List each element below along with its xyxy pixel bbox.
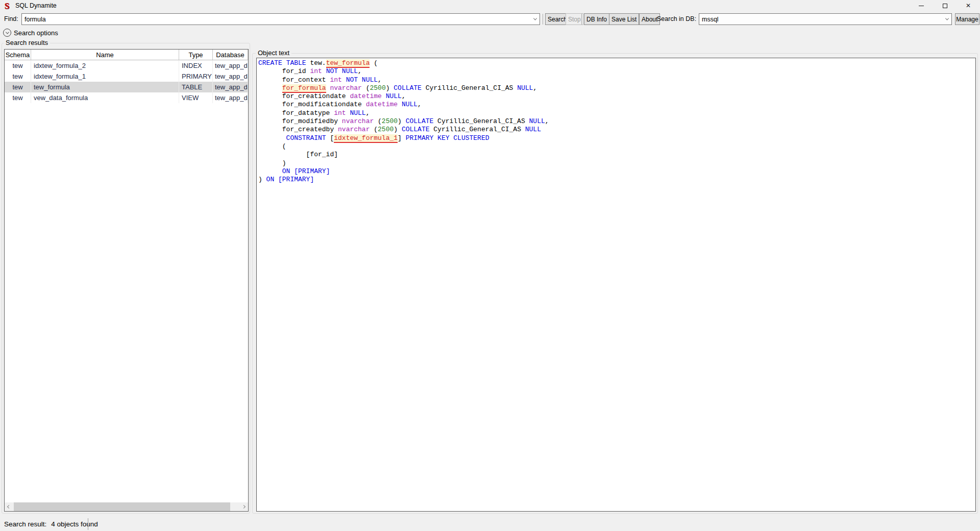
toolbar: Find: formula Search Stop DB Info Save L…	[0, 11, 980, 27]
minimize-button[interactable]	[910, 0, 933, 11]
cell-name: idxtew_formula_2	[31, 60, 179, 71]
object-text-group-label: Object text	[256, 49, 291, 57]
code-line: for_modifiedby nvarchar (2500) COLLATE C…	[258, 117, 975, 126]
title-bar: S SQL Dynamite ✕	[0, 0, 980, 11]
db-info-button[interactable]: DB Info	[584, 13, 609, 25]
table-row[interactable]: tew tew_formula TABLE tew_app_dat	[5, 82, 248, 92]
restore-button[interactable]	[933, 0, 957, 11]
code-line: CONSTRAINT [idxtew_formula_1] PRIMARY KE…	[258, 134, 975, 142]
search-in-db-label: Search in DB:	[657, 15, 696, 22]
code-line: [for_id]	[258, 151, 975, 159]
table-row[interactable]: tew idxtew_formula_2 INDEX tew_app_dat	[5, 60, 248, 71]
search-options-label: Search options	[14, 29, 58, 37]
manage-button[interactable]: Manage	[955, 13, 979, 25]
cell-type: INDEX	[179, 60, 213, 71]
code-line: for_modificationdate datetime NULL,	[258, 101, 975, 109]
chevron-right-icon	[242, 505, 246, 509]
code-line: (	[258, 142, 975, 151]
scrollbar-track[interactable]	[13, 502, 239, 511]
status-value: 4 objects found	[51, 520, 98, 528]
search-match-highlight: tew_formula	[326, 59, 370, 68]
cell-schema: tew	[5, 60, 31, 71]
save-list-button[interactable]: Save List	[609, 13, 639, 25]
cell-database: tew_app_dat	[213, 92, 248, 103]
code-line: CREATE TABLE tew.tew_formula (	[258, 59, 975, 67]
stop-button[interactable]: Stop	[566, 13, 583, 25]
scrollbar-thumb[interactable]	[14, 502, 230, 511]
chevron-down-icon	[533, 17, 536, 20]
code-line: for_formula nvarchar (2500) COLLATE Cyri…	[258, 84, 975, 92]
find-label: Find:	[4, 15, 18, 22]
column-header-name[interactable]: Name	[31, 50, 179, 60]
code-line: )	[258, 159, 975, 167]
code-line: ) ON [PRIMARY]	[258, 176, 975, 184]
results-grid-header: Schema Name Type Database	[5, 50, 248, 60]
toolbar-separator	[543, 14, 543, 25]
column-header-schema[interactable]: Schema	[5, 50, 31, 60]
find-input[interactable]: formula	[21, 13, 540, 25]
cell-type: TABLE	[179, 82, 213, 92]
status-separator	[88, 518, 88, 530]
status-label: Search result:	[4, 520, 46, 528]
cell-database: tew_app_dat	[213, 60, 248, 71]
code-line: for_id int NOT NULL,	[258, 67, 975, 76]
search-results-group-label: Search results	[4, 39, 50, 46]
object-text-area[interactable]: CREATE TABLE tew.tew_formula ( for_id in…	[256, 58, 976, 512]
code-line: for_creationdate datetime NULL,	[258, 92, 975, 101]
cell-database: tew_app_dat	[213, 71, 248, 82]
cell-schema: tew	[5, 71, 31, 82]
horizontal-scrollbar	[5, 502, 248, 511]
code-line: for_datatype int NULL,	[258, 109, 975, 117]
table-row[interactable]: tew idxtew_formula_1 PRIMARY K tew_app_d…	[5, 71, 248, 82]
chevron-down-icon	[945, 17, 948, 20]
restore-icon	[943, 4, 947, 8]
minimize-icon	[919, 6, 924, 6]
toolbar-separator	[581, 14, 582, 25]
cell-database: tew_app_dat	[213, 82, 248, 92]
search-match-highlight: for_formula	[282, 84, 326, 93]
scroll-right-button[interactable]	[239, 502, 248, 511]
code-line: for_context int NOT NULL,	[258, 76, 975, 84]
close-icon: ✕	[966, 3, 971, 9]
status-bar: Search result: 4 objects found	[0, 517, 980, 531]
search-options-expander[interactable]	[3, 29, 11, 37]
cell-schema: tew	[5, 92, 31, 103]
cell-name: vew_data_formula	[31, 92, 179, 103]
results-grid: Schema Name Type Database tew idxtew_for…	[4, 49, 249, 512]
search-in-db-value: mssql	[699, 16, 942, 23]
cell-schema: tew	[5, 82, 31, 92]
table-row[interactable]: tew vew_data_formula VIEW tew_app_dat	[5, 92, 248, 103]
close-button[interactable]: ✕	[957, 0, 980, 11]
cell-name: tew_formula	[31, 82, 179, 92]
chevron-down-icon	[5, 30, 9, 34]
cell-name: idxtew_formula_1	[31, 71, 179, 82]
window-title: SQL Dynamite	[15, 2, 57, 9]
code-line: ON [PRIMARY]	[258, 167, 975, 176]
chevron-left-icon	[7, 505, 11, 509]
search-in-db-dropdown-button[interactable]	[942, 14, 951, 25]
search-match-highlight: idxtew_formula_1	[334, 134, 398, 143]
find-input-value: formula	[22, 16, 530, 23]
window-controls: ✕	[910, 0, 980, 11]
column-header-database[interactable]: Database	[213, 50, 248, 60]
search-in-db-combo[interactable]: mssql	[699, 13, 952, 25]
app-logo-icon: S	[3, 2, 11, 10]
find-dropdown-button[interactable]	[530, 14, 540, 25]
scroll-left-button[interactable]	[5, 502, 13, 511]
column-header-type[interactable]: Type	[179, 50, 213, 60]
code-line: for_createdby nvarchar (2500) COLLATE Cy…	[258, 126, 975, 134]
cell-type: VIEW	[179, 92, 213, 103]
cell-type: PRIMARY K	[179, 71, 213, 82]
results-rows: tew idxtew_formula_2 INDEX tew_app_dat t…	[5, 60, 248, 103]
